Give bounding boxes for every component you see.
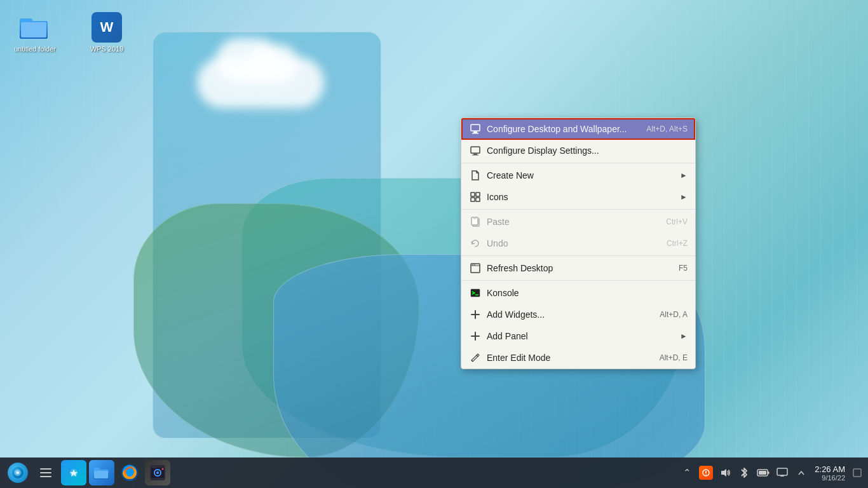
tray-battery[interactable] <box>756 466 770 480</box>
show-desktop-button[interactable] <box>851 460 863 485</box>
add-widgets-icon <box>469 308 482 321</box>
undo-label: Undo <box>487 238 661 248</box>
icons-arrow: ► <box>680 193 688 201</box>
svg-rect-13 <box>471 198 475 201</box>
svg-rect-37 <box>93 468 100 471</box>
desktop-icon-wps[interactable]: W WPS 2019 <box>81 10 132 55</box>
add-widgets-shortcut: Alt+D, A <box>660 310 688 319</box>
show-desktop-icon <box>853 468 862 477</box>
menu-item-icons[interactable]: Icons ► <box>461 186 695 208</box>
svg-rect-14 <box>476 198 480 201</box>
menu-item-configure-display[interactable]: Configure Display Settings... <box>461 140 695 161</box>
menu-item-enter-edit-mode[interactable]: Enter Edit Mode Alt+D, E <box>461 347 695 369</box>
svg-rect-9 <box>473 154 477 155</box>
chevron-up-icon <box>797 468 806 477</box>
configure-desktop-label: Configure Desktop and Wallpaper... <box>487 124 641 134</box>
camera-icon <box>149 464 166 482</box>
separator-3 <box>461 255 695 256</box>
terminal-icon <box>469 287 482 299</box>
svg-rect-6 <box>473 132 477 133</box>
menu-item-konsole[interactable]: Konsole <box>461 282 695 304</box>
menu-item-configure-desktop[interactable]: Configure Desktop and Wallpaper... Alt+D… <box>461 118 695 140</box>
kde-icon <box>8 463 28 483</box>
tray-notification[interactable] <box>699 466 713 480</box>
menu-item-add-widgets[interactable]: Add Widgets... Alt+D, A <box>461 304 695 325</box>
add-panel-arrow: ► <box>680 332 688 341</box>
folder-icon <box>20 12 50 43</box>
svg-rect-52 <box>759 471 766 475</box>
refresh-label: Refresh Desktop <box>487 263 674 273</box>
enter-edit-mode-shortcut: Alt+D, E <box>660 353 688 362</box>
cloud-shape <box>197 57 324 108</box>
svg-rect-8 <box>471 147 480 153</box>
bluetooth-icon <box>739 467 749 478</box>
taskbar-camera[interactable] <box>145 460 170 485</box>
pencil-icon <box>469 351 482 364</box>
menu-item-add-panel[interactable]: Add Panel ► <box>461 325 695 347</box>
svg-point-31 <box>17 471 19 474</box>
svg-rect-10 <box>472 155 478 156</box>
undo-shortcut: Ctrl+Z <box>667 239 688 248</box>
create-new-label: Create New <box>487 170 677 180</box>
monitor-icon <box>469 123 482 135</box>
undo-icon <box>469 237 482 250</box>
taskbar-discover[interactable] <box>61 460 86 485</box>
taskbar: ⌃ <box>0 458 868 488</box>
add-panel-icon <box>469 330 482 342</box>
svg-point-48 <box>705 474 707 475</box>
svg-point-43 <box>156 471 159 474</box>
grid-icon <box>469 191 482 203</box>
tray-display[interactable] <box>775 466 789 480</box>
separator-1 <box>461 163 695 163</box>
taskbar-firefox[interactable] <box>117 460 142 485</box>
tray-bluetooth[interactable] <box>737 466 751 480</box>
add-widgets-label: Add Widgets... <box>487 309 654 320</box>
display-tray-icon <box>776 467 788 478</box>
svg-marker-49 <box>721 469 726 477</box>
paste-shortcut: Ctrl+V <box>666 217 688 226</box>
menu-item-paste: Paste Ctrl+V <box>461 211 695 233</box>
svg-rect-5 <box>471 125 480 131</box>
files-icon <box>93 466 110 480</box>
menu-item-create-new[interactable]: Create New ► <box>461 165 695 186</box>
svg-rect-44 <box>153 466 156 468</box>
taskbar-kde-menu[interactable] <box>5 460 31 485</box>
clock[interactable]: 2:26 AM 9/16/22 <box>815 464 845 482</box>
enter-edit-mode-label: Enter Edit Mode <box>487 353 654 363</box>
svg-rect-12 <box>476 193 480 196</box>
svg-rect-7 <box>472 133 478 134</box>
taskbar-apps <box>5 460 170 485</box>
battery-icon <box>757 468 770 478</box>
tray-volume[interactable] <box>718 466 732 480</box>
firefox-icon <box>120 463 139 482</box>
configure-desktop-shortcut: Alt+D, Alt+S <box>646 125 688 133</box>
svg-rect-22 <box>471 289 480 297</box>
svg-rect-38 <box>94 471 108 478</box>
taskbar-files[interactable] <box>89 460 114 485</box>
separator-4 <box>461 280 695 281</box>
svg-rect-11 <box>471 193 475 196</box>
clock-date: 9/16/22 <box>815 474 845 482</box>
discover-icon <box>66 465 81 480</box>
refresh-shortcut: F5 <box>679 264 688 273</box>
tray-expand-up[interactable] <box>794 466 808 480</box>
svg-point-45 <box>162 468 164 470</box>
clock-time: 2:26 AM <box>815 464 845 474</box>
svg-rect-56 <box>853 469 861 477</box>
context-menu: Configure Desktop and Wallpaper... Alt+D… <box>461 118 696 369</box>
display-icon <box>469 144 482 157</box>
icons-label: Icons <box>487 192 677 202</box>
wps-label: WPS 2019 <box>90 45 124 53</box>
taskbar-settings[interactable] <box>33 460 58 485</box>
svg-rect-53 <box>777 468 787 475</box>
tray-expand[interactable]: ⌃ <box>680 466 694 480</box>
separator-2 <box>461 209 695 210</box>
add-panel-label: Add Panel <box>487 331 677 341</box>
refresh-icon <box>469 262 482 274</box>
svg-rect-51 <box>768 471 770 474</box>
menu-item-undo: Undo Ctrl+Z <box>461 233 695 254</box>
menu-item-refresh[interactable]: Refresh Desktop F5 <box>461 257 695 279</box>
desktop-icon-untitled-folder[interactable]: untitled folder <box>10 10 60 55</box>
paste-icon <box>469 215 482 228</box>
konsole-label: Konsole <box>487 288 688 298</box>
